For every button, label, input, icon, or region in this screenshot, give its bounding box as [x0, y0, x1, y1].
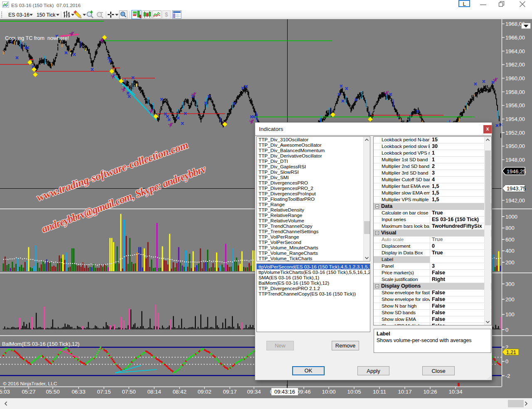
svg-text:200: 200 [505, 296, 515, 303]
svg-text:150 Tick: 150 Tick [37, 12, 56, 18]
svg-text:1966,00: 1966,00 [505, 34, 525, 41]
svg-text:1942,00: 1942,00 [505, 197, 525, 204]
svg-text:© 2016 NinjaTrader, LLC: © 2016 NinjaTrader, LLC [3, 381, 57, 387]
svg-text:800: 800 [505, 225, 515, 231]
svg-text:09:43:16: 09:43:16 [274, 389, 295, 395]
svg-text:100: 100 [505, 311, 515, 318]
svg-text:200: 200 [505, 259, 515, 266]
svg-text:06:33: 06:33 [71, 389, 85, 395]
svg-text:5:03: 5:03 [0, 389, 10, 395]
svg-text:09:17: 09:17 [223, 389, 236, 395]
svg-text:05:27: 05:27 [22, 389, 35, 395]
svg-text:400: 400 [505, 248, 515, 254]
svg-text:1950,00: 1950,00 [505, 143, 525, 149]
svg-text:09:34: 09:34 [247, 389, 261, 395]
svg-text:1960,00: 1960,00 [505, 75, 525, 81]
svg-text:300: 300 [505, 281, 515, 287]
svg-text:08:14: 08:14 [147, 389, 161, 395]
svg-text:1956,00: 1956,00 [505, 102, 525, 108]
svg-text:07:50: 07:50 [122, 389, 135, 395]
svg-text:1958,00: 1958,00 [505, 89, 525, 95]
svg-text:Copying TC from nowhere!: Copying TC from nowhere! [5, 35, 69, 41]
svg-text:10:34: 10:34 [448, 389, 462, 395]
svg-text:-2: -2 [505, 373, 510, 379]
svg-text:1962,00: 1962,00 [505, 62, 525, 68]
svg-text:1954,00: 1954,00 [505, 116, 525, 122]
svg-text:1964,00: 1964,00 [505, 48, 525, 54]
svg-text:1000: 1000 [505, 214, 517, 220]
svg-text:10:00: 10:00 [322, 389, 335, 395]
svg-text:07:15: 07:15 [97, 389, 111, 395]
svg-text:10:26: 10:26 [423, 389, 437, 395]
svg-text:09:02: 09:02 [197, 389, 211, 395]
svg-text:08:42: 08:42 [172, 389, 186, 395]
svg-text:09:46: 09:46 [297, 389, 310, 395]
svg-text:ES 03-16: ES 03-16 [8, 12, 30, 18]
svg-text:1,21: 1,21 [506, 350, 516, 355]
svg-text:10:05: 10:05 [347, 389, 361, 395]
svg-text:1946,25: 1946,25 [507, 168, 526, 175]
svg-text:1943,75: 1943,75 [507, 185, 526, 192]
svg-text:10:17: 10:17 [398, 389, 411, 395]
svg-text:0: 0 [505, 358, 508, 365]
svg-text:$: $ [165, 11, 168, 18]
svg-text:0: 0 [505, 327, 508, 333]
svg-text:05:50: 05:50 [46, 389, 59, 395]
svg-text:1952,00: 1952,00 [505, 130, 525, 136]
svg-text:600: 600 [505, 237, 515, 243]
svg-text:1948,00: 1948,00 [505, 157, 525, 163]
svg-text:BalMom(ES 03-16 (150 Tick),12): BalMom(ES 03-16 (150 Tick),12) [2, 341, 79, 347]
svg-text:10:11: 10:11 [373, 389, 386, 395]
